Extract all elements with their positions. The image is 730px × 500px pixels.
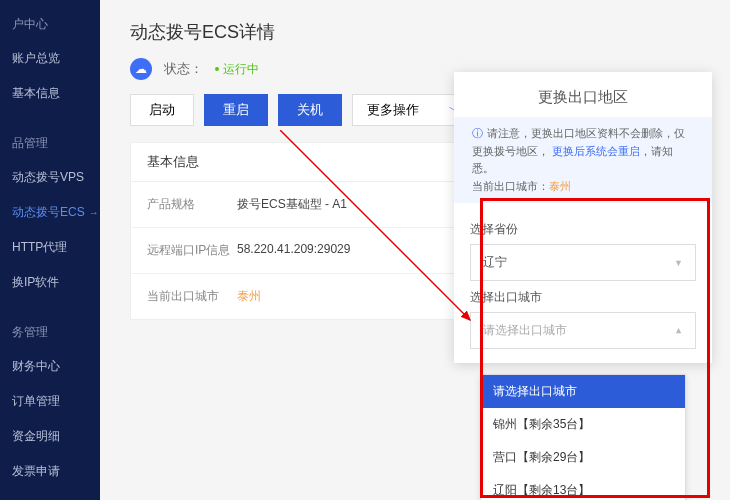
sidebar-item-ipswitch[interactable]: 换IP软件 (0, 265, 100, 300)
info-value: 拨号ECS基础型 - A1 (237, 196, 347, 213)
sidebar-item-coupon[interactable]: 优惠卷 (0, 489, 100, 500)
info-icon: ⓘ (472, 127, 483, 139)
province-label: 选择省份 (470, 221, 696, 238)
status-value: 运行中 (215, 61, 259, 78)
note-city: 泰州 (549, 180, 571, 192)
sidebar-item-invoice[interactable]: 发票申请 (0, 454, 100, 489)
city-dropdown[interactable]: 请选择出口城市 锦州【剩余35台】 营口【剩余29台】 辽阳【剩余13台】 铁岭… (480, 374, 686, 500)
city-label: 选择出口城市 (470, 289, 696, 306)
sidebar-group-user: 户中心 (0, 8, 100, 41)
province-select[interactable]: 辽宁 ▼ (470, 244, 696, 281)
status-label: 状态： (164, 60, 203, 78)
modal-title: 更换出口地区 (454, 72, 712, 117)
sidebar: 户中心 账户总览 基本信息 品管理 动态拨号VPS 动态拨号ECS HTTP代理… (0, 0, 100, 500)
sidebar-item-basicinfo[interactable]: 基本信息 (0, 76, 100, 111)
modal-body: 选择省份 辽宁 ▼ 选择出口城市 请选择出口城市 ▼ (454, 203, 712, 349)
note-highlight: 更换后系统会重启 (552, 145, 640, 157)
restart-button[interactable]: 重启 (204, 94, 268, 126)
dropdown-item[interactable]: 请选择出口城市 (481, 375, 685, 408)
province-value: 辽宁 (483, 254, 507, 271)
info-value-city[interactable]: 泰州 (237, 288, 261, 305)
cloud-icon: ☁ (130, 58, 152, 80)
sidebar-item-financecenter[interactable]: 财务中心 (0, 349, 100, 384)
dropdown-item[interactable]: 辽阳【剩余13台】 (481, 474, 685, 500)
info-value: 58.220.41.209:29029 (237, 242, 350, 259)
sidebar-item-ecs[interactable]: 动态拨号ECS (0, 195, 100, 230)
sidebar-item-funds[interactable]: 资金明细 (0, 419, 100, 454)
sidebar-item-overview[interactable]: 账户总览 (0, 41, 100, 76)
shutdown-button[interactable]: 关机 (278, 94, 342, 126)
info-label: 远程端口IP信息 (147, 242, 237, 259)
sidebar-group-finance: 务管理 (0, 316, 100, 349)
info-label: 产品规格 (147, 196, 237, 213)
sidebar-item-http[interactable]: HTTP代理 (0, 230, 100, 265)
start-button[interactable]: 启动 (130, 94, 194, 126)
triangle-up-icon: ▼ (674, 326, 683, 336)
city-placeholder: 请选择出口城市 (483, 322, 567, 339)
info-label: 当前出口城市 (147, 288, 237, 305)
city-select[interactable]: 请选择出口城市 ▼ (470, 312, 696, 349)
dropdown-item[interactable]: 营口【剩余29台】 (481, 441, 685, 474)
sidebar-item-vps[interactable]: 动态拨号VPS (0, 160, 100, 195)
sidebar-group-product: 品管理 (0, 127, 100, 160)
dropdown-item[interactable]: 锦州【剩余35台】 (481, 408, 685, 441)
page-title: 动态拨号ECS详情 (100, 0, 730, 58)
change-region-modal: 更换出口地区 ⓘ请注意，更换出口地区资料不会删除，仅更换拨号地区， 更换后系统会… (454, 72, 712, 363)
sidebar-item-orders[interactable]: 订单管理 (0, 384, 100, 419)
triangle-down-icon: ▼ (674, 258, 683, 268)
modal-note: ⓘ请注意，更换出口地区资料不会删除，仅更换拨号地区， 更换后系统会重启，请知悉。… (454, 117, 712, 203)
more-label: 更多操作 (367, 101, 419, 119)
note-text: 当前出口城市： (472, 180, 549, 192)
